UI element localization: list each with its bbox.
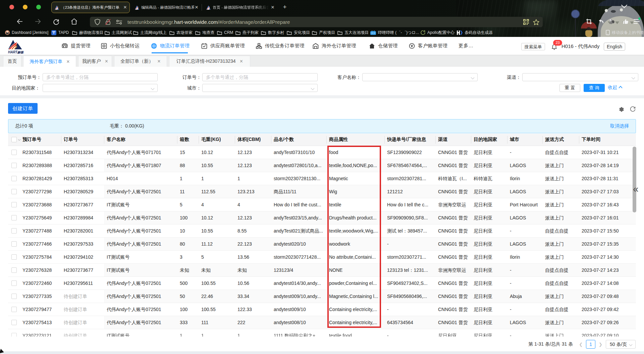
svg-text:HART赫德: HART赫德 xyxy=(8,50,24,54)
